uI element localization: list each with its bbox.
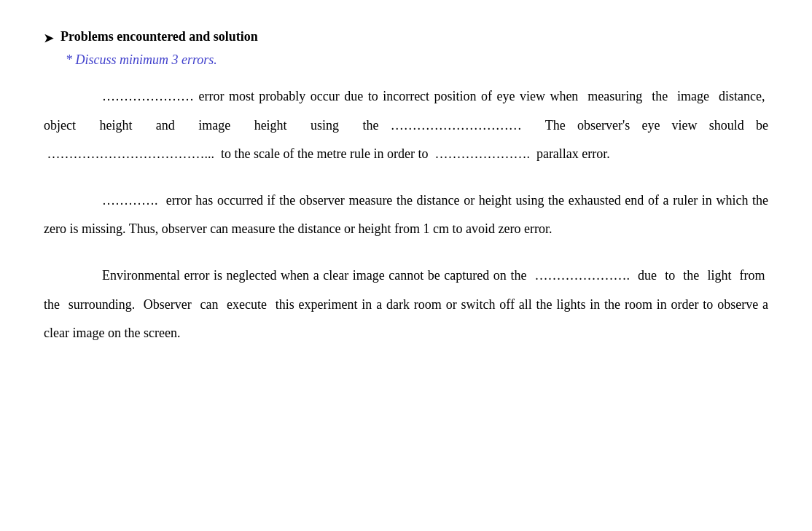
content-block: ………………… error most probably occur due to… [44,82,768,348]
indent-2 [44,186,102,216]
arrow-icon: ➤ [44,31,53,45]
subtitle: * Discuss minimum 3 errors. [66,52,768,68]
section-title: Problems encountered and solution [60,29,258,44]
paragraph-3: Environmental error is neglected when a … [44,261,768,348]
section-header: ➤ Problems encountered and solution [44,29,768,45]
indent-3 [44,261,102,291]
page-container: ➤ Problems encountered and solution * Di… [0,0,812,531]
paragraph-1: ………………… error most probably occur due to… [44,82,768,169]
indent-1 [44,82,102,111]
paragraph-2: …………. error has occurred if the observer… [44,186,768,244]
